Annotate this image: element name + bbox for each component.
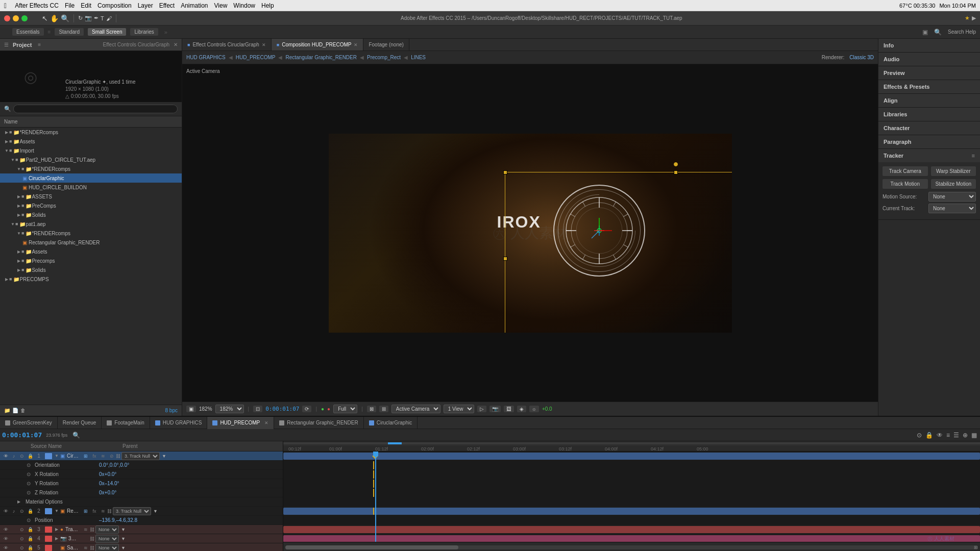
layer-4-sw[interactable] (82, 535, 90, 543)
material-expand[interactable]: ▶ (16, 499, 21, 505)
zoom-dropdown[interactable]: 182% 100% 50% (215, 405, 244, 413)
new-comp-icon[interactable]: 📄 (12, 408, 18, 413)
current-track-dropdown[interactable]: None (928, 204, 976, 213)
layer-1-audio[interactable]: ♪ (10, 453, 17, 460)
expand-rc3[interactable]: ▼ (16, 231, 21, 236)
expand-pm[interactable]: ▶ (4, 277, 9, 282)
tab-renderqueue[interactable]: Render Queue (58, 417, 102, 429)
layer-2-fx-icon[interactable]: fx (90, 507, 99, 515)
menu-file[interactable]: File (65, 2, 75, 9)
tool-camera[interactable]: 📷 (85, 15, 92, 21)
view-mode-dropdown[interactable]: Active Camera (391, 405, 440, 413)
tool-text[interactable]: T (101, 15, 104, 21)
layer-2-solo[interactable]: ⊙ (18, 508, 26, 515)
parent-dropdown-arrow-5[interactable]: ▼ (121, 545, 126, 550)
tree-item-solids[interactable]: ▶ ■ 📁 Solids (0, 210, 182, 219)
layer-4-lock[interactable]: 🔒 (27, 535, 34, 542)
xrot-value[interactable]: 0x+0.0° (99, 471, 116, 477)
layer-3-lock[interactable]: 🔒 (27, 526, 34, 533)
camera-view-icon[interactable]: ▣ (922, 29, 928, 36)
motion-source-dropdown[interactable]: None (928, 192, 976, 202)
expand-assets2[interactable]: ▶ (16, 194, 21, 199)
layer-3-visibility[interactable]: 👁 (2, 526, 9, 533)
tree-item-precomps2[interactable]: ▶ ■ 📁 Precomps (0, 256, 182, 265)
essentials-tab[interactable]: Essentials (12, 28, 44, 36)
paragraph-section-header[interactable]: Paragraph (878, 135, 980, 148)
breadcrumb-precomp-rect[interactable]: Precomp_Rect (367, 55, 401, 60)
layer-1-3d-icon[interactable]: ⊞ (82, 452, 90, 460)
tree-item-rendercomps2[interactable]: ▼ ■ 📁 *RENDERcomps (0, 164, 182, 173)
tree-item-part2[interactable]: ▼ ■ 📁 Part2_HUD_CIRCLE_TUT.aep (0, 155, 182, 164)
layer-5-sw[interactable]: ≋ (82, 544, 90, 552)
tl-hide-icon[interactable]: 👁 (936, 431, 944, 440)
tool-zoom[interactable]: 🔍 (61, 14, 69, 22)
footage-tab[interactable]: Footage (none) (363, 39, 409, 51)
breadcrumb-hud-precomp[interactable]: HUD_PRECOMP (236, 55, 276, 60)
zrot-value[interactable]: 0x+0.0° (99, 490, 116, 495)
yrot-value[interactable]: 0x–14.0° (99, 481, 119, 486)
hud-close[interactable]: ✕ (354, 42, 358, 47)
tree-item-rendercomps3[interactable]: ▼ ■ 📁 *RENDERcomps (0, 229, 182, 238)
expand-s2[interactable]: ▶ (16, 267, 21, 272)
tl-lock-icon[interactable]: 🔒 (924, 431, 934, 440)
tl-solo-icon[interactable]: ⊙ (916, 431, 923, 440)
layer-5-row[interactable]: 👁 ⊙ 🔒 5 ▶ ▣ Sam_Clo...3_1.mov ≋ ⛓ Non (0, 543, 283, 551)
breadcrumb-hud-graphics[interactable]: HUD GRAPHICS (186, 55, 226, 60)
audio-section-header[interactable]: Audio (878, 53, 980, 66)
parent-dropdown-arrow-2[interactable]: ▼ (153, 509, 158, 514)
layer-2-lock[interactable]: 🔒 (27, 508, 34, 515)
tree-item-asset-folder[interactable]: ▶ ■ 📁 ASSETS (0, 192, 182, 201)
tool-brush[interactable]: 🖌 (106, 15, 112, 21)
layer-4-row[interactable]: 👁 ⊙ 🔒 4 ▶ 📷 3D Trac...Camera ⛓ None (0, 534, 283, 543)
tab-rectrender[interactable]: Rectangular Graphic_RENDER (274, 417, 364, 429)
layer-2-3d-icon[interactable]: ⊞ (82, 507, 90, 515)
menu-edit[interactable]: Edit (81, 2, 91, 9)
search-layers-icon[interactable]: 🔍 (72, 432, 80, 439)
tab-footagemain[interactable]: FootageMain (102, 417, 150, 429)
layer-1-motion-icon[interactable]: ≋ (99, 452, 107, 460)
parent-dropdown-arrow-4[interactable]: ▼ (121, 536, 126, 541)
play-icon[interactable]: ▶ (972, 15, 976, 21)
new-folder-icon[interactable]: 📁 (4, 408, 10, 413)
timeline-scroll-track[interactable] (285, 545, 978, 549)
layer-1-solo[interactable]: ⊙ (18, 453, 26, 460)
preview-section-header[interactable]: Preview (878, 66, 980, 80)
layer-1-adj-icon[interactable]: ⊘ (108, 452, 116, 460)
menu-window[interactable]: Window (233, 2, 255, 9)
menu-view[interactable]: View (214, 2, 228, 9)
layer-5-lock[interactable]: 🔒 (27, 544, 34, 552)
layer-2-visibility[interactable]: 👁 (2, 508, 9, 515)
expand-icon-rc2[interactable]: ▼ (16, 166, 21, 171)
effect-controls-tab-header[interactable]: ■ Effect Controls CiruclarGraph ✕ (182, 39, 272, 51)
project-tree[interactable]: ▶ ■ 📁 *RENDERcomps ▶ ■ 📁 Assets ▼ ■ 📁 Im… (0, 128, 182, 405)
effect-ctrl-close[interactable]: ✕ (262, 42, 266, 47)
layer-1-parent-dropdown[interactable]: 3. Track Null None (121, 452, 160, 460)
timeline-zoom-icon[interactable]: ⊞ (974, 545, 978, 550)
menu-after-effects[interactable]: After Effects CC (15, 2, 59, 9)
tab-close-precomp[interactable]: ✕ (264, 420, 268, 425)
toggle-grid[interactable]: ⊞ (379, 406, 388, 412)
views-dropdown[interactable]: 1 View (444, 405, 474, 413)
layer-2-audio[interactable]: ♪ (10, 508, 17, 515)
layer-3-parent-dropdown[interactable]: None (95, 525, 119, 534)
panel-collapse-icon[interactable]: ☰ (4, 42, 9, 47)
minimize-button[interactable] (13, 15, 19, 21)
tl-switch-icon[interactable]: ☰ (952, 431, 960, 440)
tracker-section-header[interactable]: Tracker ≡ (878, 149, 980, 162)
pos-value[interactable]: –136.9,–4.6,32.8 (99, 517, 137, 523)
expand-icon-part2[interactable]: ▼ (10, 157, 15, 162)
toggle-transparency[interactable]: ⊠ (367, 406, 376, 412)
tree-item-pat1[interactable]: ▼ ■ 📁 pat1.aep (0, 219, 182, 229)
layer-4-visibility[interactable]: 👁 (2, 535, 9, 542)
tracker-menu-icon[interactable]: ≡ (972, 153, 975, 159)
layer-4-solo[interactable]: ⊙ (18, 535, 26, 542)
layer-2-expand[interactable]: ▼ (54, 509, 59, 514)
timeline-timecode[interactable]: 0:00:01:07 (2, 431, 42, 439)
layer-2-row[interactable]: 👁 ♪ ⊙ 🔒 2 ▼ ▣ Rectang..._RENDER ⊞ fx ≋ ⛓ (0, 507, 283, 516)
tl-render-icon[interactable]: ▦ (970, 431, 978, 440)
track-camera-btn[interactable]: Track Camera (883, 166, 928, 176)
stabilize-motion-btn[interactable]: Stabilize Motion (931, 179, 976, 189)
standard-tab[interactable]: Standard (55, 28, 84, 36)
tree-item-buildon[interactable]: ▣ HUD_CIRCLE_BUILDON (0, 183, 182, 192)
libraries-tab[interactable]: Libraries (130, 28, 158, 36)
